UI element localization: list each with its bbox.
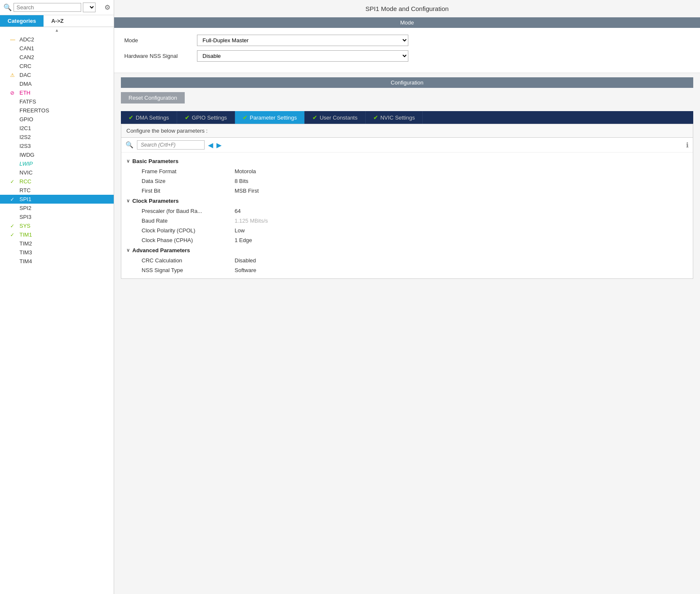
param-name: NSS Signal Type [142,267,235,273]
params-search-input[interactable] [137,140,205,150]
info-icon: ℹ [686,141,689,149]
tab-categories[interactable]: Categories [0,15,44,27]
config-section-header: Configuration [121,77,693,88]
param-value: 1 Edge [235,237,252,243]
config-tab-label: User Constants [320,114,358,121]
sidebar-item-dac[interactable]: ⚠DAC [0,71,114,79]
sidebar-item-tim1[interactable]: ✓TIM1 [0,230,114,239]
param-group-header[interactable]: ∨Clock Parameters [121,196,693,206]
sidebar-item-can2[interactable]: CAN2 [0,53,114,62]
sidebar-list: —ADC2CAN1CAN2CRC⚠DACDMA⊘ETHFATFSFREERTOS… [0,33,114,594]
sidebar-item-label-nvic: NVIC [19,169,33,176]
config-tab-gpio-settings[interactable]: ✔GPIO Settings [177,111,235,124]
sidebar-item-label-dma: DMA [19,81,32,87]
sidebar-item-spi3[interactable]: SPI3 [0,213,114,221]
sidebar-item-label-spi2: SPI2 [19,205,31,211]
tab-check-icon: ✔ [185,114,190,121]
param-value: 8 Bits [235,178,249,184]
main-content: SPI1 Mode and Configuration Mode Mode Fu… [114,0,700,594]
config-tab-nvic-settings[interactable]: ✔NVIC Settings [366,111,423,124]
sidebar-item-sys[interactable]: ✓SYS [0,221,114,230]
params-search-bar: 🔍 ◀ ▶ ℹ [121,138,693,153]
sidebar-item-icon-spi1: ✓ [10,196,18,202]
sidebar-item-crc[interactable]: CRC [0,62,114,71]
config-tab-user-constants[interactable]: ✔User Constants [305,111,366,124]
sidebar-item-label-freertos: FREERTOS [19,107,49,114]
prev-nav-icon[interactable]: ◀ [208,141,213,149]
param-row: NSS Signal TypeSoftware [121,265,693,275]
sidebar-item-icon-dac: ⚠ [10,72,18,78]
sidebar-item-label-rtc: RTC [19,187,30,193]
sidebar-item-eth[interactable]: ⊘ETH [0,88,114,97]
sidebar-item-i2s3[interactable]: I2S3 [0,142,114,150]
sidebar-item-label-i2c1: I2C1 [19,125,31,131]
param-name: Baud Rate [142,218,235,224]
gear-icon[interactable]: ⚙ [104,3,110,11]
sidebar-item-dma[interactable]: DMA [0,79,114,88]
sidebar-item-tim2[interactable]: TIM2 [0,239,114,248]
sidebar-item-fatfs[interactable]: FATFS [0,97,114,106]
sidebar-item-tim4[interactable]: TIM4 [0,257,114,266]
sidebar-item-gpio[interactable]: GPIO [0,115,114,124]
param-value: MSB First [235,188,259,194]
sidebar-item-icon-eth: ⊘ [10,90,18,96]
sidebar-item-label-eth: ETH [19,90,30,96]
param-group-label: Clock Parameters [132,198,179,204]
sidebar-item-i2s2[interactable]: I2S2 [0,133,114,142]
sidebar-item-label-tim2: TIM2 [19,240,32,247]
sidebar-item-can1[interactable]: CAN1 [0,44,114,53]
param-group-header[interactable]: ∨Basic Parameters [121,156,693,166]
sidebar-item-label-dac: DAC [19,72,31,78]
param-name: CRC Calculation [142,257,235,264]
sidebar-item-label-sys: SYS [19,223,30,229]
sidebar-item-label-lwip: LWIP [19,161,33,167]
sidebar-item-lwip[interactable]: LWIP [0,159,114,168]
sidebar-item-label-crc: CRC [19,63,31,69]
sidebar-item-iwdg[interactable]: IWDG [0,150,114,159]
params-list: ∨Basic ParametersFrame FormatMotorolaDat… [121,153,693,278]
param-value: 1.125 MBits/s [235,218,268,224]
reset-config-button[interactable]: Reset Configuration [121,92,185,104]
search-bar: 🔍 ⚙ [0,0,114,15]
chevron-down-icon: ∨ [126,248,130,253]
param-row: Baud Rate1.125 MBits/s [121,216,693,226]
config-tab-dma-settings[interactable]: ✔DMA Settings [121,111,177,124]
param-row: Data Size8 Bits [121,176,693,186]
param-row: Prescaler (for Baud Ra...64 [121,206,693,216]
sidebar-item-label-can2: CAN2 [19,54,34,60]
tab-check-icon: ✔ [129,114,134,121]
param-group-label: Advanced Parameters [132,247,190,253]
nss-select[interactable]: DisableEnableNSS Signal Type Software [197,50,408,62]
sidebar-item-label-adc2: ADC2 [19,36,34,43]
nss-label: Hardware NSS Signal [124,53,192,59]
sidebar-item-rtc[interactable]: RTC [0,186,114,195]
sidebar-item-i2c1[interactable]: I2C1 [0,124,114,133]
sidebar-item-adc2[interactable]: —ADC2 [0,35,114,44]
config-tab-parameter-settings[interactable]: ✔Parameter Settings [235,111,305,124]
tab-bar: Categories A->Z [0,15,114,27]
param-row: Clock Phase (CPHA)1 Edge [121,235,693,245]
sidebar-item-nvic[interactable]: NVIC [0,168,114,177]
config-tab-label: GPIO Settings [192,114,227,121]
sidebar-item-icon-adc2: — [10,37,18,43]
tab-check-icon: ✔ [312,114,317,121]
search-input[interactable] [14,3,81,12]
param-value: Low [235,227,245,234]
scroll-up-indicator: ▲ [0,27,114,33]
param-name: Clock Polarity (CPOL) [142,227,235,234]
sidebar-item-spi2[interactable]: SPI2 [0,204,114,213]
chevron-down-icon: ∨ [126,198,130,204]
tab-az[interactable]: A->Z [44,15,71,27]
sidebar-item-tim3[interactable]: TIM3 [0,248,114,257]
param-name: Prescaler (for Baud Ra... [142,208,235,214]
nss-form-row: Hardware NSS Signal DisableEnableNSS Sig… [124,50,690,62]
sidebar-item-spi1[interactable]: ✓SPI1 [0,195,114,204]
mode-select[interactable]: Full-Duplex MasterHalf-Duplex MasterRece… [197,35,408,46]
sidebar-item-label-i2s3: I2S3 [19,143,31,149]
sidebar-item-rcc[interactable]: ✓RCC [0,177,114,186]
param-group-header[interactable]: ∨Advanced Parameters [121,245,693,256]
search-dropdown[interactable] [83,3,96,12]
param-group-label: Basic Parameters [132,158,178,164]
next-nav-icon[interactable]: ▶ [216,141,221,149]
sidebar-item-freertos[interactable]: FREERTOS [0,106,114,115]
